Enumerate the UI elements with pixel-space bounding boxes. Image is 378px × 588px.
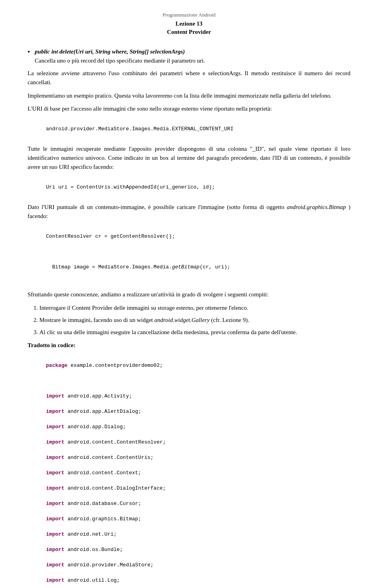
bullet-text: public int delete(Uri uri, String where,… <box>35 47 205 65</box>
list-item: Al clic su una delle immagini eseguire l… <box>39 328 350 337</box>
code-package-imports: package example.contentproviderdemo02; i… <box>28 354 350 588</box>
code-uri-text: android.provider.MediaStore.Images.Media… <box>46 126 233 132</box>
import-keyword-10: import <box>46 531 65 537</box>
section-title: Tradotto in codice: <box>28 341 350 350</box>
task-list: Interrogare il Content Provider delle im… <box>39 303 350 337</box>
import-keyword-1: import <box>46 393 65 399</box>
code-bitmap: ContentResolver cr = getContentResolver(… <box>28 225 350 286</box>
import-keyword-2: import <box>46 409 65 414</box>
import-keyword-9: import <box>46 516 65 522</box>
method-description: Cancella uno o più record del tipo speci… <box>35 57 205 64</box>
package-keyword: package <box>46 362 68 368</box>
code-uri: android.provider.MediaStore.Images.Media… <box>28 117 350 141</box>
paragraph-4: Tutte le immagini recuperate mediante l'… <box>28 144 350 172</box>
bullet-dot: • <box>28 47 30 57</box>
code-uri-append: Uri uri = ContentUris.withAppendedId(uri… <box>28 176 350 199</box>
code-bitmap-line2: Bitmap image = MediaStore.Images.Media.g… <box>28 264 230 278</box>
import-keyword-13: import <box>46 577 65 583</box>
page: Programmazione Android Lezione 13 Conten… <box>0 0 378 588</box>
paragraph-3: L'URI di base per l'accesso alle immagin… <box>28 104 350 113</box>
method-signature: public int delete(Uri uri, String where,… <box>35 48 185 55</box>
import-keyword-7: import <box>46 485 65 491</box>
import-keyword-8: import <box>46 501 65 507</box>
import-keyword-12: import <box>46 562 65 568</box>
main-content: • public int delete(Uri uri, String wher… <box>28 47 350 588</box>
import-keyword-11: import <box>46 547 65 553</box>
import-keyword-3: import <box>46 424 65 430</box>
import-keyword-6: import <box>46 470 65 476</box>
list-item: Mostrare le immagini, facendo uso di un … <box>39 316 350 325</box>
import-keyword-4: import <box>46 439 65 445</box>
course-title: Programmazione Android <box>28 12 350 18</box>
import-keyword-5: import <box>46 455 65 460</box>
italic-class: android.graphics.Bitmap <box>287 204 346 210</box>
code-uri-append-text: Uri uri = ContentUris.withAppendedId(uri… <box>46 184 215 190</box>
paragraph-5: Dato l'URI puntuale di un contenuto-imma… <box>28 203 350 221</box>
paragraph-2: Implementiamo un esempio pratico. Questa… <box>28 91 350 100</box>
paragraph-6: Sfruttando queste conoscenze, andiamo a … <box>28 290 350 299</box>
list-item: Interrogare il Content Provider delle im… <box>39 303 350 312</box>
code-bitmap-line1: ContentResolver cr = getContentResolver(… <box>46 233 175 239</box>
lesson-title: Lezione 13 Content Provider <box>28 20 350 36</box>
paragraph-1: La selezione avviene attraverso l'uso co… <box>28 69 350 87</box>
bullet-method: • public int delete(Uri uri, String wher… <box>28 47 350 65</box>
page-header: Programmazione Android Lezione 13 Conten… <box>28 12 350 36</box>
